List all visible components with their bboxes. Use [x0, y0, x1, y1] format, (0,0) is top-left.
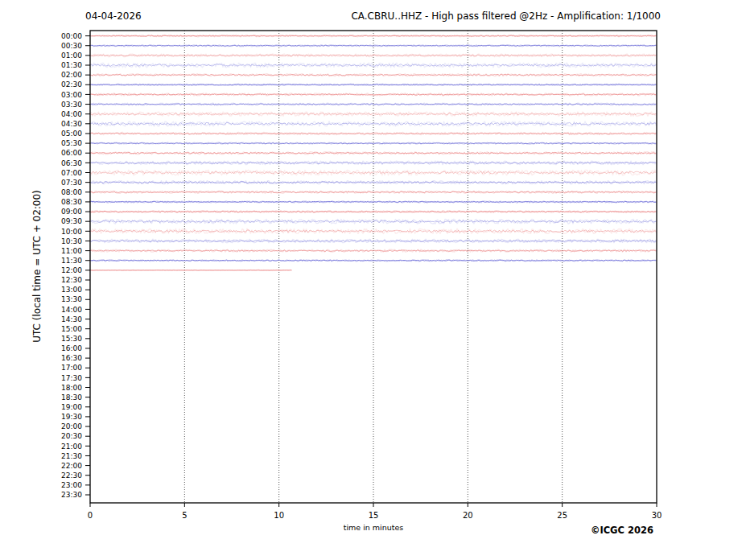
y-tick-label: 17:00: [61, 364, 82, 372]
y-tick-label: 09:00: [61, 208, 82, 216]
y-tick-label: 14:30: [61, 315, 82, 323]
y-tick-label: 05:00: [61, 130, 82, 138]
y-tick-label: 18:00: [61, 384, 82, 392]
helicorder-figure: 04-04-2026 CA.CBRU..HHZ - High pass filt…: [0, 0, 746, 560]
y-tick-label: 22:30: [61, 471, 82, 480]
y-tick-label: 23:30: [61, 491, 82, 499]
x-axis-title: time in minutes: [344, 523, 404, 532]
trace-05:30: [90, 143, 657, 144]
y-tick-label: 11:00: [61, 247, 82, 255]
y-tick-label: 16:30: [61, 354, 82, 362]
y-tick-label: 10:30: [61, 237, 82, 245]
y-tick-label: 16:00: [61, 344, 82, 352]
y-tick-label: 04:00: [61, 110, 82, 118]
y-tick-label: 20:30: [61, 432, 82, 440]
x-tick-label: 25: [557, 511, 567, 520]
y-tick-label: 11:30: [61, 257, 82, 265]
y-tick-label: 07:30: [61, 179, 82, 187]
x-tick-label: 5: [182, 511, 187, 520]
x-tick-label: 0: [88, 511, 93, 520]
y-tick-label: 07:00: [61, 169, 82, 177]
y-tick-label: 12:00: [61, 266, 82, 274]
helicorder-svg: 04-04-2026 CA.CBRU..HHZ - High pass filt…: [0, 0, 746, 560]
x-tick-label: 20: [463, 511, 473, 520]
y-tick-label: 02:30: [61, 80, 82, 89]
y-tick-label: 13:00: [61, 286, 82, 294]
y-tick-label: 06:30: [61, 159, 82, 167]
copyright: ©ICGC 2026: [591, 525, 653, 536]
y-tick-label: 08:30: [61, 198, 82, 206]
y-tick-label: 12:30: [61, 276, 82, 284]
y-tick-label: 15:30: [61, 335, 82, 343]
y-tick-label: 05:30: [61, 139, 82, 147]
x-tick-label: 10: [274, 511, 284, 520]
y-tick-label: 19:30: [61, 413, 82, 421]
x-tick-label: 15: [369, 511, 379, 520]
y-tick-label: 06:00: [61, 149, 82, 157]
y-tick-label: 17:30: [61, 374, 82, 382]
y-tick-label: 10:00: [61, 228, 82, 236]
y-tick-label: 03:00: [61, 91, 82, 99]
y-tick-label: 00:00: [61, 32, 82, 40]
y-tick-label: 19:00: [61, 403, 82, 411]
y-tick-label: 21:30: [61, 452, 82, 460]
y-tick-label: 18:30: [61, 393, 82, 401]
y-tick-label: 01:30: [61, 61, 82, 69]
x-tick-label: 30: [652, 511, 662, 520]
date-label: 04-04-2026: [85, 10, 142, 22]
y-tick-label: 00:30: [61, 42, 82, 50]
y-tick-label: 23:00: [61, 481, 82, 489]
y-tick-label: 13:30: [61, 295, 82, 303]
y-axis-title: UTC (local time = UTC + 02:00): [31, 190, 43, 343]
y-tick-label: 21:00: [61, 443, 82, 451]
plot-title: CA.CBRU..HHZ - High pass filtered @2Hz -…: [351, 10, 661, 22]
y-tick-label: 02:00: [61, 71, 82, 79]
y-tick-label: 14:00: [61, 306, 82, 314]
y-tick-label: 20:00: [61, 422, 82, 430]
y-tick-label: 03:30: [61, 101, 82, 109]
plot-area: 05101520253000:0000:3001:0001:3002:0002:…: [61, 31, 662, 520]
y-tick-label: 01:00: [61, 51, 82, 60]
y-tick-label: 22:00: [61, 462, 82, 470]
y-tick-label: 09:30: [61, 217, 82, 225]
y-tick-label: 04:30: [61, 120, 82, 128]
y-tick-label: 08:00: [61, 188, 82, 196]
y-tick-label: 15:00: [61, 325, 82, 333]
